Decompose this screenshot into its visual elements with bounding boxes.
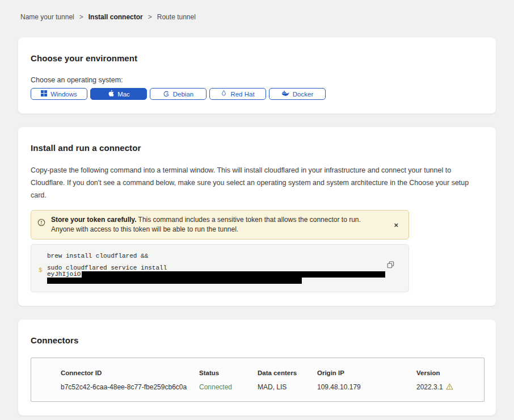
- environment-card: Choose your environment Choose an operat…: [18, 37, 496, 114]
- breadcrumb: Name your tunnel > Install connector > R…: [0, 0, 514, 21]
- environment-card-title: Choose your environment: [31, 53, 483, 63]
- os-button-redhat[interactable]: Red Hat: [209, 88, 266, 100]
- command-line-2: sudo cloudflared service install: [47, 265, 386, 271]
- connectors-card: Connectors Connector ID b7c52c42-6caa-48…: [18, 320, 496, 415]
- version-value-wrap: 2022.3.1: [416, 383, 473, 392]
- connectors-table: Connector ID b7c52c42-6caa-48ee-8c77-fbe…: [31, 358, 484, 402]
- copy-icon: [387, 262, 394, 270]
- table-column-connector-id: Connector ID b7c52c42-6caa-48ee-8c77-fbe…: [61, 369, 199, 392]
- os-button-docker[interactable]: Docker: [269, 88, 326, 100]
- docker-icon: [281, 90, 289, 98]
- os-button-label: Windows: [50, 91, 77, 98]
- table-column-version: Version 2022.3.1: [416, 369, 473, 392]
- table-column-status: Status Connected: [199, 369, 258, 392]
- version-value: 2022.3.1: [416, 383, 443, 391]
- redhat-icon: [221, 90, 227, 98]
- table-column-data-centers: Data centers MAD, LIS: [258, 369, 317, 392]
- os-button-group: Windows Mac Debian Red Hat: [31, 88, 483, 100]
- breadcrumb-step-route-tunnel[interactable]: Route tunnel: [157, 13, 196, 21]
- install-connector-card: Install and run a connector Copy-paste t…: [18, 127, 496, 306]
- column-header: Connector ID: [61, 369, 199, 376]
- data-centers-value: MAD, LIS: [258, 383, 317, 391]
- install-connector-title: Install and run a connector: [31, 143, 483, 153]
- column-header: Version: [416, 369, 473, 376]
- os-select-label: Choose an operating system:: [31, 76, 483, 84]
- os-button-debian[interactable]: Debian: [150, 88, 207, 100]
- column-header: Origin IP: [317, 369, 416, 376]
- redaction-bar: [82, 271, 385, 278]
- copy-command-button[interactable]: [386, 260, 395, 271]
- os-button-label: Red Hat: [230, 91, 254, 98]
- apple-icon: [107, 90, 114, 99]
- origin-ip-value: 109.48.10.179: [317, 383, 416, 391]
- install-connector-description: Copy-paste the following command into a …: [31, 164, 483, 201]
- table-column-origin-ip: Origin IP 109.48.10.179: [317, 369, 416, 392]
- banner-close-button[interactable]: ×: [390, 220, 402, 230]
- token-prefix: eyJhIjoiO: [47, 271, 81, 278]
- os-button-label: Mac: [117, 91, 130, 98]
- install-command-codeblock: $ brew install cloudflared && sudo cloud…: [31, 244, 409, 292]
- warning-triangle-icon: [446, 383, 453, 392]
- token-warning-title: Store your token carefully.: [51, 216, 137, 224]
- column-header: Status: [199, 369, 258, 376]
- column-header: Data centers: [258, 369, 317, 376]
- debian-icon: [163, 90, 170, 98]
- command-line-1: brew install cloudflared &&: [47, 253, 386, 259]
- token-warning-text: Store your token carefully. This command…: [51, 215, 369, 234]
- token-warning-banner: Store your token carefully. This command…: [31, 210, 409, 240]
- alert-circle-icon: [37, 219, 45, 229]
- os-button-mac[interactable]: Mac: [90, 88, 147, 100]
- redaction-bar: [47, 278, 302, 284]
- command-token-line: eyJhIjoiO: [47, 271, 386, 278]
- command-token-line-2: [47, 278, 386, 284]
- status-badge: Connected: [199, 383, 258, 391]
- windows-icon: [41, 90, 47, 98]
- breadcrumb-separator: >: [79, 13, 83, 21]
- os-button-label: Debian: [173, 91, 193, 98]
- main-content: Choose your environment Choose an operat…: [18, 37, 496, 420]
- connector-id-value: b7c52c42-6caa-48ee-8c77-fbe259cb6c0a: [61, 383, 199, 391]
- connectors-title: Connectors: [31, 335, 483, 345]
- breadcrumb-separator: >: [148, 13, 152, 21]
- breadcrumb-step-name-tunnel[interactable]: Name your tunnel: [20, 13, 74, 21]
- os-button-label: Docker: [293, 91, 313, 98]
- os-button-windows[interactable]: Windows: [31, 88, 87, 100]
- breadcrumb-step-install-connector[interactable]: Install connector: [89, 13, 143, 21]
- shell-prompt: $: [39, 267, 43, 274]
